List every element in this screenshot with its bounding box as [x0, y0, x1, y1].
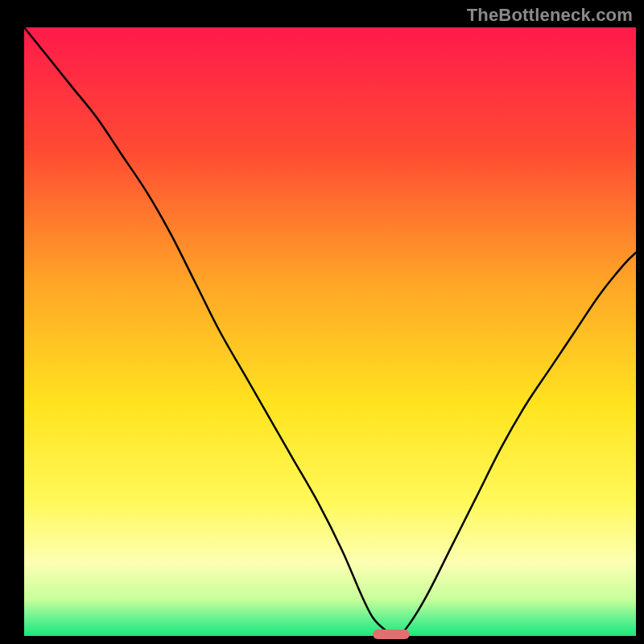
chart-container: TheBottleneck.com: [0, 0, 644, 644]
bottleneck-chart: [0, 0, 644, 644]
optimal-marker: [373, 630, 410, 639]
watermark-label: TheBottleneck.com: [467, 5, 633, 26]
gradient-background: [24, 27, 636, 636]
